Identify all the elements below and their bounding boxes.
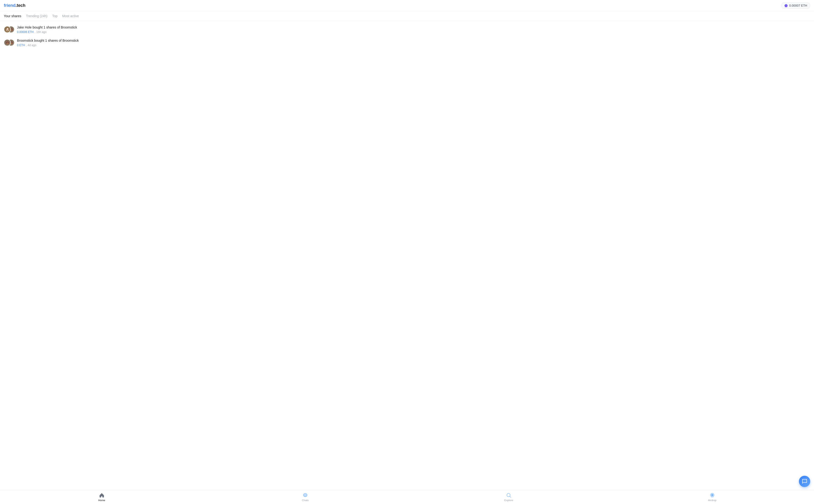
tab-your-shares[interactable]: Your shares <box>4 14 21 18</box>
logo-tech: tech <box>17 3 25 8</box>
feed-item-time: 4d ago <box>28 44 36 47</box>
svg-point-0 <box>804 481 805 481</box>
feed-tabs: Your shares Trending (24h) Top Most acti… <box>0 11 814 21</box>
feed-item-separator: , <box>35 30 35 34</box>
logo-friend: friend <box>4 3 16 8</box>
svg-point-1 <box>803 481 804 481</box>
feed-item-text: Broomstick bought 1 shares of Broomstick <box>17 38 810 43</box>
nav-label-airdrop: Airdrop <box>708 499 716 502</box>
feed-item-eth: 0.00006 ETH <box>17 30 34 34</box>
feed-item-meta: 0.00006 ETH , 16h ago <box>17 30 810 34</box>
chats-icon <box>302 492 308 498</box>
app-logo[interactable]: friend.tech <box>4 3 25 8</box>
feed-item-separator: , <box>26 44 27 47</box>
svg-point-4 <box>304 494 307 496</box>
tab-top[interactable]: Top <box>52 14 58 18</box>
fab-button[interactable] <box>799 476 810 487</box>
fab-icon <box>802 479 807 484</box>
nav-item-home[interactable]: Home <box>0 490 203 504</box>
feed-item-text: Jake Hole bought 1 shares of Broomstick <box>17 25 810 30</box>
explore-icon <box>506 492 512 498</box>
avatar: 🐻 <box>4 39 11 46</box>
tab-most-active[interactable]: Most active <box>62 14 79 18</box>
avatar-group: 🐶 🐻 <box>4 25 15 34</box>
feed-item-meta: 0 ETH , 4d ago <box>17 44 810 47</box>
feed-item-time: 16h ago <box>36 30 46 34</box>
nav-label-home: Home <box>98 499 105 502</box>
home-icon <box>99 492 105 498</box>
bottom-nav: Home Chats Explore Airdrop <box>0 490 814 504</box>
feed-item-content: Broomstick bought 1 shares of Broomstick… <box>17 38 810 47</box>
wallet-balance: 0.00007 ETH <box>789 4 807 7</box>
nav-item-chats[interactable]: Chats <box>203 490 407 504</box>
wallet-badge[interactable]: 0.00007 ETH <box>781 2 810 9</box>
nav-item-airdrop[interactable]: Airdrop <box>611 490 814 504</box>
list-item[interactable]: 🐻 🐻 Broomstick bought 1 shares of Brooms… <box>4 36 810 49</box>
app-header: friend.tech 0.00007 ETH <box>0 0 814 11</box>
nav-label-explore: Explore <box>504 499 513 502</box>
svg-point-2 <box>805 481 806 481</box>
airdrop-icon <box>709 492 715 498</box>
eth-diamond-icon <box>784 4 788 7</box>
svg-line-6 <box>510 496 511 498</box>
avatar: 🐶 <box>4 26 11 33</box>
svg-point-7 <box>712 494 713 496</box>
feed-item-eth: 0 ETH <box>17 44 25 47</box>
nav-label-chats: Chats <box>302 499 309 502</box>
feed: 🐶 🐻 Jake Hole bought 1 shares of Broomst… <box>0 21 814 490</box>
list-item[interactable]: 🐶 🐻 Jake Hole bought 1 shares of Broomst… <box>4 23 810 36</box>
feed-item-content: Jake Hole bought 1 shares of Broomstick … <box>17 25 810 34</box>
avatar-group: 🐻 🐻 <box>4 38 15 47</box>
nav-item-explore[interactable]: Explore <box>407 490 611 504</box>
tab-trending[interactable]: Trending (24h) <box>26 14 47 18</box>
